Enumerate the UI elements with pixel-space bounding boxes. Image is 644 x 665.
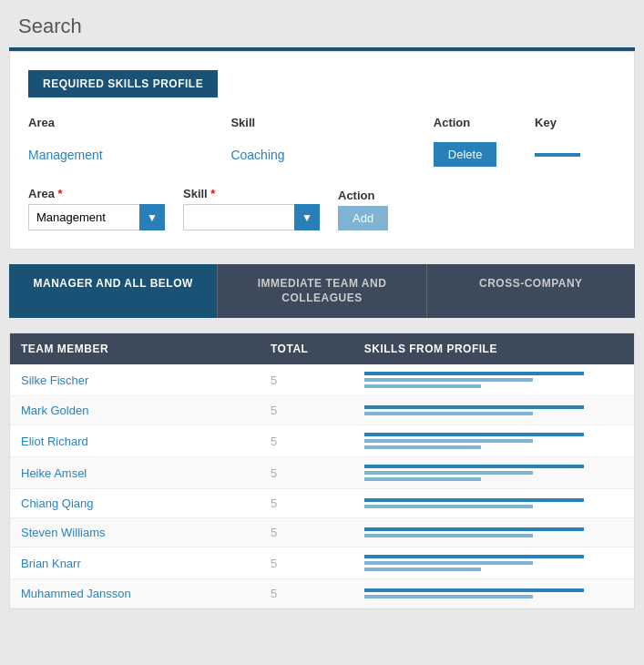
skill-bar-line bbox=[364, 405, 585, 409]
table-row: Chiang Qiang5 bbox=[10, 489, 634, 518]
col-header-team-member: TEAM MEMBER bbox=[10, 333, 260, 364]
table-row: Heike Amsel5 bbox=[10, 457, 634, 489]
skills-bars bbox=[364, 372, 623, 388]
table-row: Brian Knarr5 bbox=[10, 547, 634, 579]
skills-bars bbox=[364, 555, 623, 571]
skill-bar-line bbox=[364, 433, 585, 436]
skill-bar-line bbox=[364, 561, 533, 565]
skill-bar-line bbox=[364, 527, 585, 531]
tab-manager-all-below[interactable]: MANAGER AND ALL BELOW bbox=[9, 264, 218, 318]
tab-cross-company[interactable]: CROSS-COMPANY bbox=[427, 264, 635, 318]
table-row: Silke Fischer5 bbox=[10, 364, 634, 396]
skill-bar-line bbox=[364, 384, 481, 388]
member-name[interactable]: Brian Knarr bbox=[21, 557, 81, 570]
tab-immediate-team[interactable]: IMMEDIATE TEAM AND COLLEAGUES bbox=[218, 264, 426, 318]
member-name[interactable]: Chiang Qiang bbox=[21, 496, 94, 510]
table-row: Management Coaching Delete bbox=[28, 137, 616, 172]
skill-bar-line bbox=[364, 445, 481, 449]
skill-bar-line bbox=[364, 372, 585, 375]
results-table: TEAM MEMBER TOTAL SKILLS FROM PROFILE Si… bbox=[10, 333, 634, 609]
required-skills-btn[interactable]: REQUIRED SKILLS PROFILE bbox=[28, 70, 218, 97]
col-header-skill: Skill bbox=[230, 112, 433, 137]
total-value: 5 bbox=[271, 373, 277, 387]
member-name[interactable]: Heike Amsel bbox=[21, 466, 87, 480]
col-header-area: Area bbox=[28, 112, 230, 137]
skill-bar-line bbox=[364, 555, 585, 558]
page-header: Search bbox=[0, 0, 644, 47]
skill-bar-line bbox=[364, 588, 585, 592]
member-name[interactable]: Muhammed Jansson bbox=[21, 587, 131, 600]
delete-button[interactable]: Delete bbox=[434, 142, 497, 167]
total-value: 5 bbox=[271, 526, 277, 539]
member-name[interactable]: Eliot Richard bbox=[21, 435, 88, 448]
total-value: 5 bbox=[271, 404, 277, 417]
total-value: 5 bbox=[271, 557, 277, 570]
table-row: Steven Williams5 bbox=[10, 518, 634, 547]
member-name[interactable]: Steven Williams bbox=[21, 526, 105, 539]
skill-value: Coaching bbox=[230, 148, 284, 162]
skill-bar-line bbox=[364, 465, 585, 468]
member-name[interactable]: Silke Fischer bbox=[21, 373, 88, 387]
main-card: REQUIRED SKILLS PROFILE Area Skill Actio… bbox=[9, 51, 635, 250]
area-required-star: * bbox=[55, 187, 63, 200]
tabs-row: MANAGER AND ALL BELOW IMMEDIATE TEAM AND… bbox=[9, 264, 635, 318]
skills-bars bbox=[364, 527, 623, 537]
area-select-wrapper: Management ▼ bbox=[28, 204, 165, 230]
skill-bar-line bbox=[364, 471, 533, 475]
skills-bars bbox=[364, 433, 623, 449]
add-button[interactable]: Add bbox=[338, 206, 388, 230]
table-row: Muhammed Jansson5 bbox=[10, 579, 634, 609]
skill-select[interactable] bbox=[183, 204, 320, 230]
skill-form-group: Skill * ▼ bbox=[183, 187, 320, 230]
skill-bar-line bbox=[364, 595, 533, 598]
area-select[interactable]: Management bbox=[28, 204, 165, 230]
col-header-action: Action bbox=[434, 112, 535, 137]
skill-bar-line bbox=[364, 568, 481, 571]
skill-bar-line bbox=[364, 477, 481, 481]
total-value: 5 bbox=[271, 435, 277, 448]
table-row: Eliot Richard5 bbox=[10, 425, 634, 457]
total-value: 5 bbox=[271, 496, 277, 510]
skill-bar-line bbox=[364, 412, 533, 415]
skills-bars bbox=[364, 588, 623, 598]
area-value: Management bbox=[28, 148, 103, 162]
page-title: Search bbox=[18, 15, 626, 38]
member-name[interactable]: Mark Golden bbox=[21, 404, 88, 417]
skill-select-wrapper: ▼ bbox=[183, 204, 320, 230]
results-table-wrapper: TEAM MEMBER TOTAL SKILLS FROM PROFILE Si… bbox=[9, 332, 635, 609]
skills-table: Area Skill Action Key Management Coachin… bbox=[28, 112, 616, 172]
table-row: Mark Golden5 bbox=[10, 396, 634, 425]
skills-bars bbox=[364, 465, 623, 481]
skill-label: Skill * bbox=[183, 187, 320, 200]
form-row: Area * Management ▼ Skill * ▼ bbox=[28, 187, 616, 230]
skill-bar-line bbox=[364, 534, 533, 537]
skill-bar-line bbox=[364, 439, 533, 443]
col-header-skills-profile: SKILLS FROM PROFILE bbox=[353, 333, 634, 364]
skill-bar-line bbox=[364, 378, 533, 382]
skill-bar-line bbox=[364, 505, 533, 508]
area-form-group: Area * Management ▼ bbox=[28, 187, 165, 230]
total-value: 5 bbox=[271, 466, 277, 480]
col-header-key: Key bbox=[535, 112, 616, 137]
action-label: Action bbox=[338, 189, 388, 202]
skills-bars bbox=[364, 498, 623, 508]
skills-bars bbox=[364, 405, 623, 415]
area-label: Area * bbox=[28, 187, 165, 200]
col-header-total: TOTAL bbox=[260, 333, 353, 364]
skill-required-star: * bbox=[208, 187, 216, 200]
total-value: 5 bbox=[271, 587, 277, 600]
action-form-group: Action Add bbox=[338, 189, 388, 230]
key-bar bbox=[535, 153, 580, 157]
skill-bar-line bbox=[364, 498, 585, 502]
